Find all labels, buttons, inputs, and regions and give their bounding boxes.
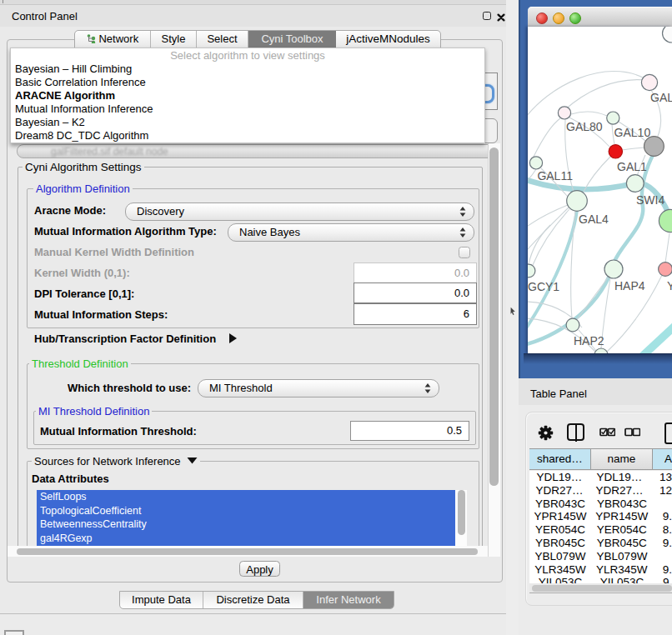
svg-text:HAP2: HAP2 [574,334,604,348]
svg-text:GAL10: GAL10 [614,126,651,139]
svg-text:GAL11: GAL11 [537,169,573,182]
svg-text:GAL1: GAL1 [617,160,647,173]
svg-text:SWI4: SWI4 [636,193,664,207]
svg-text:GAL4: GAL4 [579,212,609,226]
svg-text:GCY1: GCY1 [528,280,559,293]
svg-text:GAL: GAL [650,91,672,104]
svg-text:HAP4: HAP4 [614,279,645,292]
svg-text:GAL80: GAL80 [566,120,603,133]
svg-text:Y: Y [667,279,672,292]
